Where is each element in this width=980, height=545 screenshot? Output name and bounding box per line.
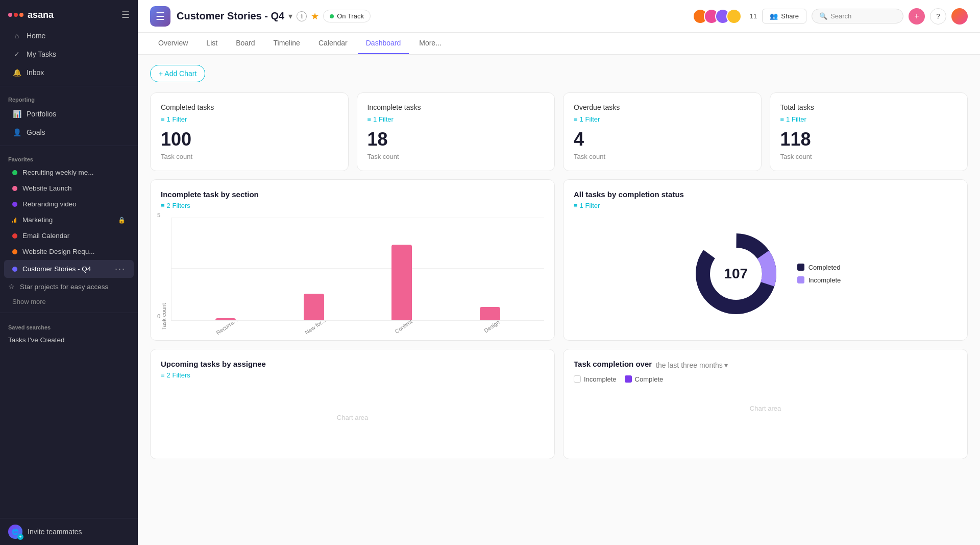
status-dot-green <box>330 14 334 18</box>
invite-teammates-section[interactable]: 🌐 + Invite teammates <box>0 518 138 545</box>
recruiting-dot <box>12 170 17 175</box>
project-title-chevron[interactable]: ▾ <box>288 11 292 21</box>
incomplete-filter[interactable]: ≡ 1 Filter <box>368 115 545 123</box>
sidebar-item-marketing[interactable]: Marketing 🔒 <box>4 212 134 227</box>
bar-chart-grid: 5 0 <box>171 218 544 321</box>
tc-legend-incomplete-label: Incomplete <box>584 375 617 383</box>
filter-icon-3: ≡ <box>574 115 578 123</box>
completed-title: Completed tasks <box>161 103 338 111</box>
sidebar-item-portfolios[interactable]: 📊 Portfolios <box>4 105 134 123</box>
bar-chart-card-2: Upcoming tasks by assignee ≡ 2 Filters C… <box>150 349 555 459</box>
share-button[interactable]: 👥 Share <box>762 9 806 23</box>
help-button[interactable]: ? <box>930 8 946 25</box>
sidebar-item-customer-stories[interactable]: Customer Stories - Q4 ··· <box>4 260 134 278</box>
add-button[interactable]: + <box>909 8 925 25</box>
overdue-label: Task count <box>574 153 751 160</box>
saved-search-tasks-created[interactable]: Tasks I've Created <box>0 333 138 347</box>
info-icon[interactable]: ℹ <box>297 11 307 21</box>
user-avatar[interactable] <box>951 8 968 25</box>
incomplete-number: 18 <box>368 129 545 150</box>
show-more-link[interactable]: Show more <box>0 295 138 309</box>
email-calendar-dot <box>12 233 17 239</box>
task-completion-header: Task completion over the last three mont… <box>574 360 957 371</box>
tab-list[interactable]: List <box>198 33 226 54</box>
bars-container <box>172 218 544 320</box>
website-design-label: Website Design Requ... <box>22 248 95 255</box>
favorite-star-icon[interactable]: ★ <box>311 11 319 22</box>
search-placeholder: Search <box>830 12 851 20</box>
bar-new-for <box>304 294 324 320</box>
donut-chart-card: All tasks by completion status ≡ 1 Filte… <box>563 179 968 341</box>
tab-more[interactable]: More... <box>411 33 450 54</box>
sidebar-item-inbox[interactable]: 🔔 Inbox <box>4 64 134 81</box>
bell-icon: 🔔 <box>12 68 21 77</box>
bar-chart2-filter[interactable]: ≡ 2 Filters <box>161 371 544 379</box>
recruiting-label: Recruiting weekly me... <box>22 169 94 176</box>
filter-icon-2: ≡ <box>368 115 372 123</box>
stat-card-completed: Completed tasks ≡ 1 Filter 100 Task coun… <box>150 92 349 171</box>
bar-content <box>391 245 412 320</box>
app-name: asana <box>28 10 54 20</box>
bar-chart-card: Incomplete task by section ≡ 2 Filters T… <box>150 179 555 341</box>
donut-area: 107 Completed Incomplete <box>574 218 957 330</box>
completed-label: Task count <box>161 153 338 160</box>
sidebar-toggle-button[interactable]: ☰ <box>121 9 130 20</box>
overdue-title: Overdue tasks <box>574 103 751 111</box>
bar-chart-filter[interactable]: ≡ 2 Filters <box>161 202 544 209</box>
overdue-filter[interactable]: ≡ 1 Filter <box>574 115 751 123</box>
bar-chart-icon: 📊 <box>12 109 21 119</box>
donut-chart-filter[interactable]: ≡ 1 Filter <box>574 202 957 209</box>
bar-chart2-title: Upcoming tasks by assignee <box>161 360 544 368</box>
total-filter[interactable]: ≡ 1 Filter <box>780 115 958 123</box>
donut-filter-icon: ≡ <box>574 202 578 209</box>
sidebar-divider-2 <box>0 146 138 146</box>
y-axis-label: Task count <box>161 218 167 330</box>
search-bar[interactable]: 🔍 Search <box>812 9 903 23</box>
sidebar-item-recruiting[interactable]: Recruiting weekly me... <box>4 165 134 180</box>
tab-board[interactable]: Board <box>228 33 263 54</box>
sidebar-item-rebranding[interactable]: Rebranding video <box>4 197 134 211</box>
member-count: 11 <box>750 12 757 20</box>
donut-center-value: 107 <box>724 266 748 282</box>
tab-dashboard[interactable]: Dashboard <box>358 33 409 54</box>
topbar-right: 11 👥 Share 🔍 Search + ? <box>693 8 968 25</box>
line-chart-placeholder: Chart area <box>574 383 957 434</box>
email-calendar-label: Email Calendar <box>22 232 69 240</box>
overdue-filter-label: 1 Filter <box>580 115 600 123</box>
bar-chart2-placeholder: Chart area <box>161 387 544 448</box>
bar-chart-inner: 5 0 <box>171 218 544 330</box>
marketing-bar-icon <box>12 218 17 223</box>
add-chart-button[interactable]: + Add Chart <box>150 65 205 82</box>
bar2-filter-label: 2 Filters <box>167 371 190 379</box>
line-chart-card: Task completion over the last three mont… <box>563 349 968 459</box>
sidebar-item-goals[interactable]: 👤 Goals <box>4 124 134 141</box>
bar-chart-title: Incomplete task by section <box>161 190 544 199</box>
legend-incomplete-label: Incomplete <box>808 276 841 284</box>
tab-calendar[interactable]: Calendar <box>310 33 356 54</box>
saved-searches-label: Saved searches <box>0 317 138 333</box>
star-projects-item[interactable]: ☆ Star projects for easy access <box>0 278 138 295</box>
sidebar-item-home[interactable]: ⌂ Home <box>4 27 134 44</box>
sidebar-item-email-calendar[interactable]: Email Calendar <box>4 228 134 243</box>
stat-card-incomplete: Incomplete tasks ≡ 1 Filter 18 Task coun… <box>357 92 555 171</box>
invite-avatar: 🌐 + <box>8 525 22 539</box>
sidebar-item-website-design[interactable]: Website Design Requ... <box>4 244 134 259</box>
total-title: Total tasks <box>780 103 958 111</box>
completed-filter[interactable]: ≡ 1 Filter <box>161 115 338 123</box>
donut-wrapper: 107 <box>690 228 782 320</box>
tab-overview[interactable]: Overview <box>150 33 196 54</box>
sidebar-item-my-tasks[interactable]: ✓ My Tasks <box>4 45 134 63</box>
grid-label-0: 0 <box>157 313 160 319</box>
time-period-dropdown[interactable]: the last three months ▾ <box>656 361 728 369</box>
sidebar-divider-3 <box>0 313 138 313</box>
bar-filter-label: 2 Filters <box>167 202 190 209</box>
status-badge[interactable]: On Track <box>323 10 371 22</box>
total-filter-label: 1 Filter <box>786 115 806 123</box>
share-label: Share <box>781 12 799 20</box>
star-projects-label: Star projects for easy access <box>20 283 108 291</box>
sidebar-item-website-launch[interactable]: Website Launch <box>4 181 134 196</box>
tab-timeline[interactable]: Timeline <box>265 33 308 54</box>
more-options-icon[interactable]: ··· <box>115 264 126 274</box>
sidebar: asana ☰ ⌂ Home ✓ My Tasks 🔔 Inbox Report… <box>0 0 138 545</box>
bar-item-content <box>391 245 412 320</box>
